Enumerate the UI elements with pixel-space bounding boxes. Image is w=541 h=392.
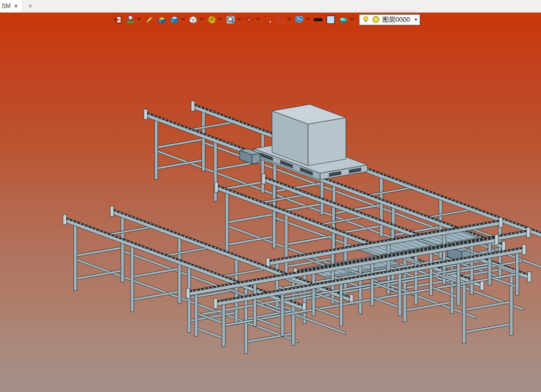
chevron-down-icon bbox=[218, 14, 223, 26]
chevron-down-icon bbox=[199, 14, 204, 26]
scene-tree-button[interactable] bbox=[125, 14, 136, 25]
line-width-swatch bbox=[313, 15, 323, 25]
tab-bar: SM × + bbox=[0, 0, 541, 13]
sketch-pencil-button[interactable] bbox=[144, 14, 154, 25]
view-orientation-button[interactable] bbox=[206, 14, 217, 25]
select-box-button[interactable] bbox=[262, 14, 273, 25]
material-button[interactable] bbox=[338, 14, 348, 25]
display-settings-icon bbox=[294, 15, 304, 25]
layer-selector-value: 图层0000 bbox=[382, 15, 412, 24]
material-icon bbox=[338, 15, 348, 25]
line-width-swatch[interactable] bbox=[312, 14, 323, 25]
shaded-view-button[interactable] bbox=[169, 14, 179, 25]
wireframe-view-dropdown-arrow[interactable] bbox=[199, 14, 204, 25]
scene-tree-dropdown-arrow[interactable] bbox=[136, 14, 142, 25]
select-box-icon bbox=[263, 15, 273, 25]
layer-color-icon[interactable] bbox=[372, 15, 380, 24]
zoom-button[interactable] bbox=[225, 14, 236, 25]
display-settings-button[interactable] bbox=[294, 14, 304, 25]
shaded-view-icon bbox=[169, 15, 179, 25]
combo-dropdown-arrow[interactable]: ▾ bbox=[414, 17, 418, 22]
chevron-down-icon bbox=[237, 14, 242, 26]
chevron-down-icon bbox=[305, 14, 310, 26]
exit-icon bbox=[113, 15, 123, 25]
new-tab-button[interactable]: + bbox=[23, 0, 38, 12]
chevron-down-icon bbox=[287, 14, 292, 26]
pan-dropdown-arrow[interactable] bbox=[255, 14, 260, 25]
solid-box-button[interactable] bbox=[156, 14, 167, 25]
zoom-dropdown-arrow[interactable] bbox=[236, 14, 242, 25]
scene-tree-icon bbox=[125, 15, 136, 25]
solid-box-icon bbox=[157, 15, 167, 25]
wireframe-view-button[interactable] bbox=[188, 14, 198, 25]
chevron-down-icon bbox=[255, 14, 260, 26]
tab-close-icon[interactable]: × bbox=[14, 3, 18, 9]
3d-model-canvas[interactable] bbox=[0, 13, 541, 392]
clip-plane-button[interactable] bbox=[275, 14, 286, 25]
pan-button[interactable] bbox=[244, 14, 254, 25]
lightbulb-icon[interactable] bbox=[362, 15, 370, 24]
exit-button[interactable] bbox=[112, 14, 123, 25]
zoom-icon bbox=[226, 15, 236, 25]
3d-viewport[interactable]: 图层0000▾ bbox=[0, 13, 541, 392]
wireframe-view-icon bbox=[188, 15, 198, 25]
display-settings-dropdown-arrow[interactable] bbox=[305, 14, 310, 25]
clip-plane-dropdown-arrow[interactable] bbox=[286, 14, 292, 25]
shaded-view-dropdown-arrow[interactable] bbox=[180, 14, 186, 25]
background-color-swatch[interactable] bbox=[325, 14, 336, 25]
quick-toolbar: 图层0000▾ bbox=[111, 14, 420, 25]
background-color-swatch bbox=[326, 15, 336, 25]
view-orientation-dropdown-arrow[interactable] bbox=[217, 14, 223, 25]
chevron-down-icon bbox=[349, 14, 354, 26]
material-dropdown-arrow[interactable] bbox=[349, 14, 354, 25]
layer-selector[interactable]: 图层0000▾ bbox=[359, 14, 420, 25]
document-tab-title: SM bbox=[2, 3, 11, 10]
sketch-pencil-icon bbox=[144, 15, 154, 25]
clip-plane-icon bbox=[276, 15, 286, 25]
chevron-down-icon bbox=[137, 14, 142, 26]
pan-icon bbox=[244, 15, 254, 25]
document-tab[interactable]: SM × bbox=[0, 0, 23, 12]
chevron-down-icon bbox=[181, 14, 186, 26]
view-orientation-icon bbox=[207, 15, 217, 25]
